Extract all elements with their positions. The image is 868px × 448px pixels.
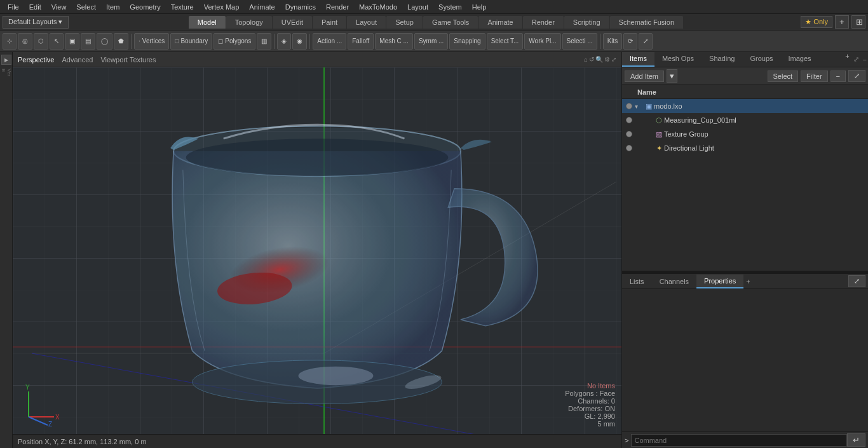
layout-tab-paint[interactable]: Paint (313, 16, 346, 29)
menu-item-layout[interactable]: Layout (402, 2, 433, 12)
item-row-light[interactable]: ✦Directional Light (622, 141, 868, 155)
items-tab-shading[interactable]: Shading (702, 52, 742, 67)
tool-icon-5[interactable]: ▤ (81, 33, 95, 50)
item-visibility-light[interactable] (623, 142, 635, 154)
item-icon-light: ✦ (654, 143, 664, 153)
menu-bar: FileEditViewSelectItemGeometryTextureVer… (0, 0, 868, 14)
items-minus-btn[interactable]: − (831, 71, 846, 82)
tool-action-7[interactable]: Selecti ... (562, 33, 597, 50)
viewport-home-btn[interactable]: ⌂ (584, 56, 588, 63)
tool-action-2[interactable]: Mesh C ... (375, 33, 413, 50)
layout-tab-scripting[interactable]: Scripting (564, 16, 609, 29)
props-tab-properties[interactable]: Properties (696, 275, 743, 288)
menu-item-texture[interactable]: Texture (166, 2, 199, 12)
item-row-modo[interactable]: ▾▣modo.lxo (622, 99, 868, 113)
menu-item-edit[interactable]: Edit (24, 2, 46, 12)
menu-item-item[interactable]: Item (101, 2, 125, 12)
filter-button[interactable]: Filter (801, 71, 827, 82)
add-item-arrow[interactable]: ▾ (667, 69, 677, 83)
tool-icon-6[interactable]: ◯ (97, 33, 112, 50)
star-only-button[interactable]: ★ Only (801, 16, 832, 28)
menu-item-geometry[interactable]: Geometry (125, 2, 165, 12)
select-button[interactable]: Select (768, 71, 799, 82)
tool-action-6[interactable]: Work Pl... (524, 33, 560, 50)
layout-tabs: ModelTopologyUVEditPaintLayoutSetupGame … (71, 16, 801, 29)
items-header-btn-1[interactable]: − (862, 56, 868, 64)
menu-item-maxtomodo[interactable]: MaxToModo (354, 2, 402, 12)
items-expand-btn[interactable]: ⤢ (848, 70, 865, 82)
tool-vp-0[interactable]: ◈ (277, 33, 291, 50)
layout-tab-uvedit[interactable]: UVEdit (273, 16, 312, 29)
tab-perspective[interactable]: Perspective (18, 56, 54, 64)
props-tab-channels[interactable]: Channels (652, 275, 696, 288)
menu-item-file[interactable]: File (3, 2, 24, 12)
item-visibility-texgrp[interactable] (623, 128, 635, 140)
tool-right-2[interactable]: ⤢ (639, 33, 653, 50)
tool-icon-4[interactable]: ▣ (65, 33, 79, 50)
menu-item-help[interactable]: Help (467, 2, 492, 12)
item-row-texgrp[interactable]: ▨Texture Group (622, 127, 868, 141)
items-tab-groups[interactable]: Groups (742, 52, 780, 67)
items-list[interactable]: ▾▣modo.lxo⬡Measuring_Cup_001ml▨Texture G… (622, 99, 868, 271)
tab-advanced[interactable]: Advanced (62, 56, 93, 64)
add-layout-button[interactable]: + (835, 15, 849, 29)
items-header-btn-0[interactable]: ⤢ (852, 55, 860, 64)
items-tab-add[interactable]: + (845, 52, 849, 67)
layout-dropdown[interactable]: Default Layouts ▾ (3, 16, 69, 29)
layout-tab-animate[interactable]: Animate (478, 16, 522, 29)
layout-tab-setup[interactable]: Setup (386, 16, 423, 29)
layout-tab-model[interactable]: Model (189, 16, 226, 29)
viewport-zoom-btn[interactable]: 🔍 (595, 56, 603, 63)
menu-item-animate[interactable]: Animate (244, 2, 280, 12)
tool-icon-1[interactable]: ◎ (18, 33, 32, 50)
items-section: ItemsMesh OpsShadingGroupsImages+⤢− Add … (622, 52, 868, 271)
tool-icon-2[interactable]: ⬡ (34, 33, 48, 50)
props-tab-add[interactable]: + (743, 278, 752, 285)
tool-icon-0[interactable]: ⊹ (3, 33, 17, 50)
items-tab-mesh-ops[interactable]: Mesh Ops (654, 52, 702, 67)
props-expand-btn[interactable]: ⤢ (848, 275, 865, 287)
layout-tab-game-tools[interactable]: Game Tools (423, 16, 478, 29)
sidebar-toggle-1[interactable]: ▶ (1, 55, 11, 65)
menu-item-select[interactable]: Select (71, 2, 101, 12)
tool-action-3[interactable]: Symm ... (414, 33, 448, 50)
menu-item-render[interactable]: Render (321, 2, 354, 12)
tool-icon-7[interactable]: ⬟ (114, 33, 128, 50)
command-enter-button[interactable]: ↵ (847, 433, 865, 447)
viewport-reset-btn[interactable]: ↺ (589, 56, 594, 63)
command-input[interactable] (631, 434, 847, 447)
items-tab-items[interactable]: Items (622, 52, 654, 67)
viewport-settings-btn[interactable]: ⚙ (604, 56, 610, 63)
item-expand-modo[interactable]: ▾ (635, 103, 644, 110)
layout-tab-topology[interactable]: Topology (226, 16, 272, 29)
item-visibility-modo[interactable] (623, 100, 635, 112)
tool-action-1[interactable]: Falloff (348, 33, 374, 50)
menu-item-dynamics[interactable]: Dynamics (280, 2, 321, 12)
item-visibility-cup[interactable] (623, 114, 635, 126)
tool-right-0[interactable]: Kits (603, 33, 623, 50)
add-item-button[interactable]: Add Item (625, 71, 664, 82)
layout-tab-layout[interactable]: Layout (347, 16, 386, 29)
tool-comp-3[interactable]: ▥ (257, 33, 271, 50)
viewport-canvas[interactable]: No Items Polygons : Face Channels: 0 Def… (13, 67, 621, 434)
menu-item-view[interactable]: View (46, 2, 72, 12)
tab-viewport-textures[interactable]: Viewport Textures (100, 56, 156, 64)
expand-button[interactable]: ⊞ (851, 15, 865, 29)
tool-vp-1[interactable]: ◉ (292, 33, 307, 50)
menu-item-vertex map[interactable]: Vertex Map (199, 2, 245, 12)
layout-tab-schematic-fusion[interactable]: Schematic Fusion (610, 16, 683, 29)
tool-action-5[interactable]: Select T... (487, 33, 524, 50)
layout-tab-render[interactable]: Render (523, 16, 564, 29)
tool-right-1[interactable]: ⟳ (623, 33, 637, 50)
item-row-cup[interactable]: ⬡Measuring_Cup_001ml (622, 113, 868, 127)
tool-comp-2[interactable]: ◻ Polygons (214, 33, 255, 50)
menu-item-system[interactable]: System (433, 2, 467, 12)
items-tab-images[interactable]: Images (781, 52, 819, 67)
tool-comp-0[interactable]: · Vertices (134, 33, 169, 50)
tool-comp-1[interactable]: □ Boundary (170, 33, 212, 50)
viewport-expand-btn[interactable]: ⤢ (611, 56, 616, 63)
props-tab-lists[interactable]: Lists (622, 275, 652, 288)
tool-action-0[interactable]: Action ... (313, 33, 346, 50)
tool-action-4[interactable]: Snapping (449, 33, 485, 50)
tool-icon-3[interactable]: ↖ (50, 33, 64, 50)
